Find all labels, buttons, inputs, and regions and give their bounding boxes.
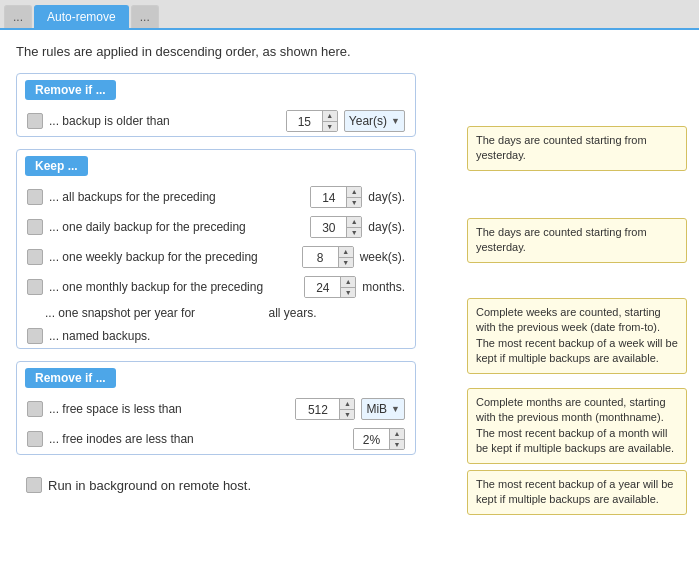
remove-if-1-value[interactable]: 15 — [287, 111, 323, 131]
remove-if-2-block: Remove if ... ... free space is less tha… — [16, 361, 416, 455]
remove-if-2-row2-checkbox[interactable] — [27, 431, 43, 447]
keep-row1-spin-buttons: ▲ ▼ — [347, 187, 361, 207]
footer-checkbox[interactable] — [26, 477, 42, 493]
remove-if-1-spin-up[interactable]: ▲ — [323, 111, 337, 122]
keep-row2-value[interactable]: 30 — [311, 217, 347, 237]
tab-auto-remove[interactable]: Auto-remove — [34, 5, 129, 28]
tooltip-5: The most recent backup of a year will be… — [467, 470, 687, 515]
keep-block: Keep ... ... all backups for the precedi… — [16, 149, 416, 349]
keep-row5-label: ... one snapshot per year for — [45, 306, 195, 320]
remove-if-2-row1-dropdown-arrow: ▼ — [391, 404, 400, 414]
remove-if-1-spin-buttons: ▲ ▼ — [323, 111, 337, 131]
keep-row1-spin-up[interactable]: ▲ — [347, 187, 361, 198]
remove-if-2-row1-value[interactable]: 512 — [296, 399, 340, 419]
remove-if-2-row1-unit-dropdown[interactable]: MiB ▼ — [361, 398, 405, 420]
remove-if-2-header: Remove if ... — [25, 368, 116, 388]
remove-if-2-row2-spin-down[interactable]: ▼ — [390, 440, 404, 450]
remove-if-2-row2-value[interactable]: 2% — [354, 429, 390, 449]
keep-row3-checkbox[interactable] — [27, 249, 43, 265]
keep-row4-spin-buttons: ▲ ▼ — [341, 277, 355, 297]
keep-row3-label: ... one weekly backup for the preceding — [49, 250, 296, 264]
keep-row3-spin-up[interactable]: ▲ — [339, 247, 353, 258]
remove-if-2-row1-spinbox[interactable]: 512 ▲ ▼ — [295, 398, 355, 420]
remove-if-2-row1-spin-down[interactable]: ▼ — [340, 410, 354, 420]
remove-if-2-row1-spin-up[interactable]: ▲ — [340, 399, 354, 410]
tab-left-dots[interactable]: ... — [4, 5, 32, 28]
keep-row1-checkbox[interactable] — [27, 189, 43, 205]
keep-row2-spin-up[interactable]: ▲ — [347, 217, 361, 228]
remove-if-2-row2-spin-buttons: ▲ ▼ — [390, 429, 404, 449]
tab-right-dots[interactable]: ... — [131, 5, 159, 28]
keep-row3-spin-down[interactable]: ▼ — [339, 258, 353, 268]
remove-if-2-row1-checkbox[interactable] — [27, 401, 43, 417]
remove-if-1-block: Remove if ... ... backup is older than 1… — [16, 73, 416, 137]
remove-if-1-header: Remove if ... — [25, 80, 116, 100]
keep-row2-spin-down[interactable]: ▼ — [347, 228, 361, 238]
remove-if-1-dropdown-arrow: ▼ — [391, 116, 400, 126]
keep-row2-checkbox[interactable] — [27, 219, 43, 235]
remove-if-2-row1-spin-buttons: ▲ ▼ — [340, 399, 354, 419]
keep-row4-value[interactable]: 24 — [305, 277, 341, 297]
keep-row6-label: ... named backups. — [49, 329, 405, 343]
remove-if-2-row2: ... free inodes are less than 2% ▲ ▼ — [17, 424, 415, 454]
keep-row4-spin-up[interactable]: ▲ — [341, 277, 355, 288]
keep-row1-label: ... all backups for the preceding — [49, 190, 304, 204]
tab-bar: ... Auto-remove ... — [0, 0, 699, 30]
keep-row1-value[interactable]: 14 — [311, 187, 347, 207]
remove-if-2-row1-label: ... free space is less than — [49, 402, 289, 416]
keep-row6: ... named backups. — [17, 324, 415, 348]
keep-row2: ... one daily backup for the preceding 3… — [17, 212, 415, 242]
intro-text: The rules are applied in descending orde… — [16, 44, 683, 59]
keep-row4-checkbox[interactable] — [27, 279, 43, 295]
remove-if-1-label: ... backup is older than — [49, 114, 280, 128]
keep-row2-unit: day(s). — [368, 220, 405, 234]
footer-label: Run in background on remote host. — [48, 478, 251, 493]
keep-row2-spinbox[interactable]: 30 ▲ ▼ — [310, 216, 362, 238]
keep-row5: ... one snapshot per year for all years. — [17, 302, 415, 324]
keep-row3-unit: week(s). — [360, 250, 405, 264]
keep-row4: ... one monthly backup for the preceding… — [17, 272, 415, 302]
remove-if-2-row1: ... free space is less than 512 ▲ ▼ MiB … — [17, 394, 415, 424]
keep-row6-checkbox[interactable] — [27, 328, 43, 344]
keep-row5-value: all years. — [268, 306, 316, 320]
remove-if-1-row1: ... backup is older than 15 ▲ ▼ Year(s) … — [17, 106, 415, 136]
keep-row1-spin-down[interactable]: ▼ — [347, 198, 361, 208]
remove-if-2-row1-unit-label: MiB — [366, 402, 387, 416]
keep-row1-unit: day(s). — [368, 190, 405, 204]
remove-if-2-row2-spin-up[interactable]: ▲ — [390, 429, 404, 440]
tooltip-2: The days are counted starting from yeste… — [467, 218, 687, 263]
main-content: The rules are applied in descending orde… — [0, 30, 699, 517]
keep-row2-label: ... one daily backup for the preceding — [49, 220, 304, 234]
keep-row3-spinbox[interactable]: 8 ▲ ▼ — [302, 246, 354, 268]
keep-header: Keep ... — [25, 156, 88, 176]
tooltip-1: The days are counted starting from yeste… — [467, 126, 687, 171]
keep-row4-label: ... one monthly backup for the preceding — [49, 280, 298, 294]
keep-row4-unit: months. — [362, 280, 405, 294]
tooltip-3: Complete weeks are counted, starting wit… — [467, 298, 687, 374]
remove-if-2-row2-spinbox[interactable]: 2% ▲ ▼ — [353, 428, 405, 450]
keep-row1-spinbox[interactable]: 14 ▲ ▼ — [310, 186, 362, 208]
remove-if-1-spinbox[interactable]: 15 ▲ ▼ — [286, 110, 338, 132]
tooltip-4: Complete months are counted, starting wi… — [467, 388, 687, 464]
remove-if-1-unit-label: Year(s) — [349, 114, 387, 128]
keep-row4-spin-down[interactable]: ▼ — [341, 288, 355, 298]
remove-if-2-row2-label: ... free inodes are less than — [49, 432, 347, 446]
keep-row4-spinbox[interactable]: 24 ▲ ▼ — [304, 276, 356, 298]
keep-row2-spin-buttons: ▲ ▼ — [347, 217, 361, 237]
keep-row3: ... one weekly backup for the preceding … — [17, 242, 415, 272]
remove-if-1-unit-dropdown[interactable]: Year(s) ▼ — [344, 110, 405, 132]
remove-if-1-spin-down[interactable]: ▼ — [323, 122, 337, 132]
remove-if-1-checkbox[interactable] — [27, 113, 43, 129]
keep-row3-value[interactable]: 8 — [303, 247, 339, 267]
keep-row1: ... all backups for the preceding 14 ▲ ▼… — [17, 182, 415, 212]
keep-row3-spin-buttons: ▲ ▼ — [339, 247, 353, 267]
